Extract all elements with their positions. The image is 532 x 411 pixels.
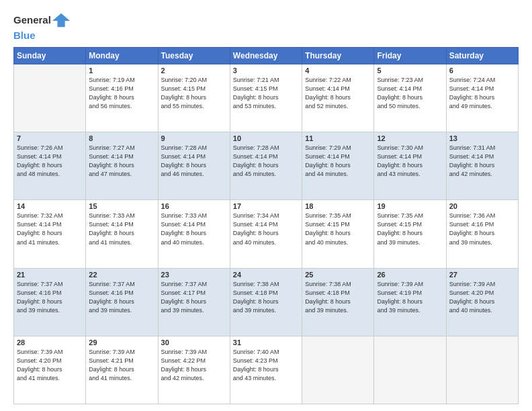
calendar-cell: 10Sunrise: 7:28 AMSunset: 4:14 PMDayligh…	[230, 132, 302, 200]
calendar-cell: 31Sunrise: 7:40 AMSunset: 4:23 PMDayligh…	[230, 336, 302, 404]
day-number: 6	[449, 66, 515, 75]
cell-info: Sunrise: 7:26 AMSunset: 4:14 PMDaylight:…	[17, 144, 83, 179]
calendar-cell: 28Sunrise: 7:39 AMSunset: 4:20 PMDayligh…	[14, 336, 86, 404]
calendar-cell: 26Sunrise: 7:39 AMSunset: 4:19 PMDayligh…	[374, 268, 446, 336]
calendar-cell: 3Sunrise: 7:21 AMSunset: 4:15 PMDaylight…	[230, 64, 302, 132]
cell-info: Sunrise: 7:27 AMSunset: 4:14 PMDaylight:…	[89, 144, 154, 179]
day-number: 17	[233, 202, 299, 210]
header: General Blue	[13, 11, 519, 42]
calendar-cell: 2Sunrise: 7:20 AMSunset: 4:15 PMDaylight…	[158, 64, 230, 132]
calendar-cell: 5Sunrise: 7:23 AMSunset: 4:14 PMDaylight…	[374, 64, 446, 132]
calendar-cell: 20Sunrise: 7:36 AMSunset: 4:16 PMDayligh…	[446, 200, 518, 268]
col-header-monday: Monday	[86, 48, 158, 64]
calendar-cell	[374, 336, 446, 404]
cell-info: Sunrise: 7:28 AMSunset: 4:14 PMDaylight:…	[233, 144, 299, 179]
cell-info: Sunrise: 7:39 AMSunset: 4:20 PMDaylight:…	[449, 280, 515, 315]
day-number: 10	[233, 134, 299, 142]
cell-info: Sunrise: 7:19 AMSunset: 4:16 PMDaylight:…	[89, 76, 154, 111]
cell-info: Sunrise: 7:29 AMSunset: 4:14 PMDaylight:…	[305, 144, 371, 179]
day-number: 29	[89, 338, 154, 347]
day-number: 14	[17, 202, 83, 210]
calendar-cell: 13Sunrise: 7:31 AMSunset: 4:14 PMDayligh…	[446, 132, 518, 200]
calendar-cell: 12Sunrise: 7:30 AMSunset: 4:14 PMDayligh…	[374, 132, 446, 200]
calendar-cell	[446, 336, 518, 404]
calendar-table: SundayMondayTuesdayWednesdayThursdayFrid…	[13, 47, 519, 404]
day-number: 19	[377, 202, 443, 210]
day-number: 18	[305, 202, 371, 210]
calendar-cell: 21Sunrise: 7:37 AMSunset: 4:16 PMDayligh…	[14, 268, 86, 336]
week-row-0: 1Sunrise: 7:19 AMSunset: 4:16 PMDaylight…	[14, 64, 519, 132]
cell-info: Sunrise: 7:38 AMSunset: 4:18 PMDaylight:…	[305, 280, 371, 315]
day-number: 26	[377, 271, 443, 279]
cell-info: Sunrise: 7:39 AMSunset: 4:19 PMDaylight:…	[377, 280, 443, 315]
day-number: 4	[305, 66, 371, 75]
cell-info: Sunrise: 7:28 AMSunset: 4:14 PMDaylight:…	[161, 144, 227, 179]
calendar-cell: 7Sunrise: 7:26 AMSunset: 4:14 PMDaylight…	[14, 132, 86, 200]
week-row-3: 21Sunrise: 7:37 AMSunset: 4:16 PMDayligh…	[14, 268, 519, 336]
day-number: 28	[17, 338, 83, 347]
col-header-sunday: Sunday	[14, 48, 86, 64]
cell-info: Sunrise: 7:39 AMSunset: 4:21 PMDaylight:…	[89, 348, 154, 383]
day-number: 1	[89, 66, 154, 75]
col-header-saturday: Saturday	[446, 48, 518, 64]
col-header-tuesday: Tuesday	[158, 48, 230, 64]
cell-info: Sunrise: 7:34 AMSunset: 4:14 PMDaylight:…	[233, 212, 299, 246]
cell-info: Sunrise: 7:38 AMSunset: 4:18 PMDaylight:…	[233, 280, 299, 315]
cell-info: Sunrise: 7:31 AMSunset: 4:14 PMDaylight:…	[449, 144, 515, 179]
day-number: 12	[377, 134, 443, 142]
cell-info: Sunrise: 7:35 AMSunset: 4:15 PMDaylight:…	[305, 212, 371, 246]
week-row-1: 7Sunrise: 7:26 AMSunset: 4:14 PMDaylight…	[14, 132, 519, 200]
calendar-cell: 25Sunrise: 7:38 AMSunset: 4:18 PMDayligh…	[302, 268, 374, 336]
calendar-cell	[14, 64, 86, 132]
day-number: 30	[161, 338, 227, 347]
calendar-cell: 4Sunrise: 7:22 AMSunset: 4:14 PMDaylight…	[302, 64, 374, 132]
calendar-cell: 9Sunrise: 7:28 AMSunset: 4:14 PMDaylight…	[158, 132, 230, 200]
day-number: 21	[17, 271, 83, 279]
calendar-cell: 18Sunrise: 7:35 AMSunset: 4:15 PMDayligh…	[302, 200, 374, 268]
cell-info: Sunrise: 7:24 AMSunset: 4:14 PMDaylight:…	[449, 76, 515, 111]
day-number: 13	[449, 134, 515, 142]
calendar-cell: 30Sunrise: 7:39 AMSunset: 4:22 PMDayligh…	[158, 336, 230, 404]
day-number: 8	[89, 134, 154, 142]
cell-info: Sunrise: 7:32 AMSunset: 4:14 PMDaylight:…	[17, 212, 83, 246]
cell-info: Sunrise: 7:33 AMSunset: 4:14 PMDaylight:…	[161, 212, 227, 246]
day-number: 5	[377, 66, 443, 75]
logo-icon	[52, 11, 71, 30]
day-number: 31	[233, 338, 299, 347]
cell-info: Sunrise: 7:22 AMSunset: 4:14 PMDaylight:…	[305, 76, 371, 111]
day-number: 7	[17, 134, 83, 142]
page: General Blue SundayMondayTuesdayWednesda…	[0, 0, 532, 411]
calendar-cell: 22Sunrise: 7:37 AMSunset: 4:16 PMDayligh…	[86, 268, 158, 336]
day-number: 25	[305, 271, 371, 279]
calendar-cell: 14Sunrise: 7:32 AMSunset: 4:14 PMDayligh…	[14, 200, 86, 268]
day-number: 24	[233, 271, 299, 279]
col-header-wednesday: Wednesday	[230, 48, 302, 64]
cell-info: Sunrise: 7:40 AMSunset: 4:23 PMDaylight:…	[233, 348, 299, 383]
day-number: 16	[161, 202, 227, 210]
cell-info: Sunrise: 7:21 AMSunset: 4:15 PMDaylight:…	[233, 76, 299, 111]
day-number: 2	[161, 66, 227, 75]
calendar-cell: 23Sunrise: 7:37 AMSunset: 4:17 PMDayligh…	[158, 268, 230, 336]
col-header-thursday: Thursday	[302, 48, 374, 64]
calendar-cell	[302, 336, 374, 404]
calendar-cell: 27Sunrise: 7:39 AMSunset: 4:20 PMDayligh…	[446, 268, 518, 336]
cell-info: Sunrise: 7:39 AMSunset: 4:22 PMDaylight:…	[161, 348, 227, 383]
cell-info: Sunrise: 7:37 AMSunset: 4:16 PMDaylight:…	[17, 280, 83, 315]
calendar-cell: 29Sunrise: 7:39 AMSunset: 4:21 PMDayligh…	[86, 336, 158, 404]
logo-text: General	[13, 14, 51, 26]
day-number: 15	[89, 202, 154, 210]
week-row-4: 28Sunrise: 7:39 AMSunset: 4:20 PMDayligh…	[14, 336, 519, 404]
calendar-cell: 19Sunrise: 7:35 AMSunset: 4:15 PMDayligh…	[374, 200, 446, 268]
day-number: 22	[89, 271, 154, 279]
cell-info: Sunrise: 7:35 AMSunset: 4:15 PMDaylight:…	[377, 212, 443, 246]
col-header-friday: Friday	[374, 48, 446, 64]
cell-info: Sunrise: 7:37 AMSunset: 4:16 PMDaylight:…	[89, 280, 154, 315]
calendar-header-row: SundayMondayTuesdayWednesdayThursdayFrid…	[14, 48, 519, 64]
logo: General Blue	[13, 11, 71, 42]
calendar-cell: 15Sunrise: 7:33 AMSunset: 4:14 PMDayligh…	[86, 200, 158, 268]
day-number: 23	[161, 271, 227, 279]
day-number: 11	[305, 134, 371, 142]
cell-info: Sunrise: 7:33 AMSunset: 4:14 PMDaylight:…	[89, 212, 154, 246]
calendar-cell: 8Sunrise: 7:27 AMSunset: 4:14 PMDaylight…	[86, 132, 158, 200]
day-number: 20	[449, 202, 515, 210]
